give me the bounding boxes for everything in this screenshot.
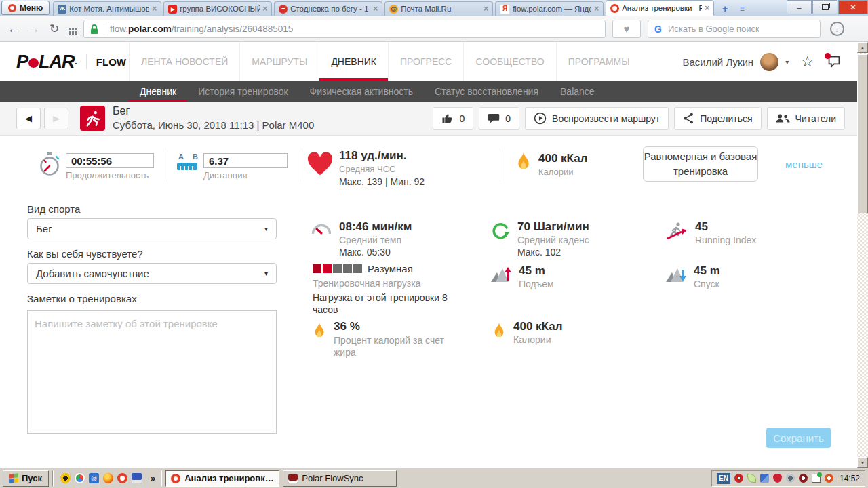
opera-icon (610, 4, 619, 13)
subnav-recovery[interactable]: Статус восстановления (424, 81, 549, 102)
quick-launch-overflow-icon[interactable]: » (149, 473, 157, 483)
mailru-agent-icon[interactable]: @ (89, 473, 99, 483)
sport-select[interactable]: Бег ▾ (27, 218, 277, 239)
sub-nav: Дневник История тренировок Физическая ак… (0, 81, 857, 102)
speed-dial-icon[interactable] (69, 28, 71, 30)
share-button[interactable]: Поделиться (674, 107, 761, 130)
avatar[interactable] (760, 53, 778, 71)
nav-item-progress[interactable]: ПРОГРЕСС (388, 42, 463, 81)
tab-close-icon[interactable]: × (373, 4, 378, 14)
duration-input[interactable] (66, 153, 154, 168)
tray-swirl-icon[interactable] (799, 474, 808, 483)
favorites-star-icon[interactable]: ☆ (801, 54, 814, 70)
tab-close-icon[interactable]: × (262, 4, 267, 14)
browser-tab[interactable]: @ Почта Mail.Ru × (384, 1, 493, 16)
pace-max: Макс. 05:30 (339, 247, 412, 258)
clock[interactable]: 14:52 (840, 474, 860, 483)
heart-rate-block: 118 уд./мин. Средняя ЧСС Макс. 139 | Мин… (339, 149, 425, 187)
tray-leaf-icon[interactable] (747, 474, 756, 483)
user-menu[interactable]: Василий Лукин ▾ ☆ (682, 53, 841, 71)
page-scrollbar[interactable]: ▲ ▼ (857, 42, 868, 468)
distance-input[interactable] (203, 153, 288, 168)
chrome-icon[interactable] (75, 473, 85, 483)
back-icon[interactable]: ← (7, 22, 20, 36)
cadence-metric: 70 Шаги/мин Средний каденс Макс. 102 (491, 220, 589, 258)
subnav-activity[interactable]: Физическая активность (299, 81, 424, 102)
training-benefit-box[interactable]: Равномерная и базовая тренировка (643, 146, 758, 182)
tabs-menu-icon[interactable]: ≡ (734, 3, 750, 15)
tab-close-icon[interactable]: × (705, 3, 709, 13)
subnav-balance[interactable]: Balance (549, 81, 606, 102)
prev-training-button[interactable]: ◀ (16, 108, 41, 129)
start-button[interactable]: Пуск (3, 470, 49, 487)
tray-webcam-icon[interactable] (786, 474, 795, 483)
chevron-down-icon[interactable]: ▾ (785, 58, 789, 66)
subnav-history[interactable]: История тренировок (187, 81, 298, 102)
browser-tab[interactable]: VK Кот Мотя. Антимышов × (53, 1, 161, 16)
restore-button[interactable] (812, 0, 837, 14)
fat-percent-metric: 36 % Процент калорий за счет жира (313, 320, 452, 359)
ascent-value: 45 m (519, 264, 554, 278)
task-button-opera[interactable]: Анализ тренировки - ... (165, 470, 279, 487)
nav-item-feed[interactable]: ЛЕНТА НОВОСТЕЙ (129, 42, 239, 81)
tab-close-icon[interactable]: × (594, 4, 599, 14)
notes-textarea[interactable] (27, 310, 277, 434)
calories-metric: 400 кКал Калории (492, 320, 562, 345)
polar-logo[interactable]: PLAR. (16, 52, 77, 73)
scrollbar-thumb[interactable] (857, 54, 868, 214)
bookmark-heart-button[interactable]: ♥ (612, 20, 641, 38)
heart-rate-icon (307, 152, 334, 176)
nav-item-programs[interactable]: ПРОГРАММЫ (556, 42, 642, 81)
calories-value: 400 кКал (538, 152, 587, 165)
polar-logo-dot (28, 58, 39, 68)
readers-button[interactable]: Читатели (767, 107, 845, 130)
subnav-diary[interactable]: Дневник (129, 81, 187, 102)
forward-icon[interactable]: → (27, 22, 41, 36)
divider (302, 148, 302, 182)
next-training-button[interactable]: ▶ (44, 108, 68, 129)
address-bar[interactable]: flow.polar.com/training/analysis/2604885… (83, 20, 606, 38)
close-button[interactable]: ✕ (838, 0, 868, 14)
scroll-up-icon[interactable]: ▲ (857, 42, 868, 53)
windows-flag-icon (9, 473, 18, 483)
language-indicator[interactable]: EN (717, 473, 730, 484)
tray-orange-icon[interactable] (825, 474, 833, 483)
firefox-icon[interactable] (103, 473, 113, 483)
nav-item-routes[interactable]: МАРШРУТЫ (239, 42, 319, 81)
browser-tab[interactable]: – Стодневка по бегу - 1 × (274, 1, 382, 16)
reload-icon[interactable]: ↻ (47, 22, 61, 36)
search-input[interactable] (667, 23, 814, 35)
feeling-select[interactable]: Добавить самочувствие ▾ (27, 263, 277, 284)
replay-route-button[interactable]: Воспроизвести маршрут (525, 107, 669, 130)
daemon-tools-icon[interactable] (60, 473, 71, 483)
tray-mail-icon[interactable] (812, 474, 821, 483)
new-tab-button[interactable]: + (717, 3, 732, 15)
tray-shield-icon[interactable] (773, 474, 782, 483)
save-button[interactable]: Сохранить (766, 428, 831, 448)
browser-tab-active[interactable]: Анализ тренировки - P × (606, 0, 714, 16)
calories-label: Калории (538, 167, 587, 177)
like-button[interactable]: 0 (433, 107, 473, 130)
scroll-down-icon[interactable]: ▼ (857, 457, 868, 468)
tray-network-icon[interactable] (760, 474, 769, 483)
nav-item-diary[interactable]: ДНЕВНИК (319, 42, 388, 81)
notifications-icon[interactable] (827, 56, 841, 68)
calories2-label: Калории (513, 334, 562, 345)
opera-icon[interactable] (117, 473, 127, 483)
minimize-button[interactable]: – (787, 0, 812, 14)
nav-item-community[interactable]: СООБЩЕСТВО (463, 42, 555, 81)
floppy-icon[interactable] (132, 473, 142, 483)
tab-close-icon[interactable]: × (484, 4, 488, 14)
show-less-link[interactable]: меньше (785, 159, 823, 170)
thumbs-up-icon (441, 113, 454, 125)
vk-icon: VK (58, 5, 66, 14)
downloads-icon[interactable]: ↓ (830, 22, 844, 36)
tab-close-icon[interactable]: × (152, 4, 157, 14)
browser-tab[interactable]: Я flow.polar.com — Янде × (495, 1, 604, 16)
task-button-flowsync[interactable]: Polar FlowSync (283, 470, 397, 487)
browser-tab[interactable]: ▶ группа ВИСОКОСНЫЙ Г × (163, 1, 272, 16)
feeling-select-label: Как вы себя чувствуете? (27, 248, 143, 260)
tray-flower-icon[interactable] (734, 474, 743, 483)
comment-button[interactable]: 0 (479, 107, 519, 130)
browser-menu-button[interactable]: Меню (1, 1, 50, 15)
